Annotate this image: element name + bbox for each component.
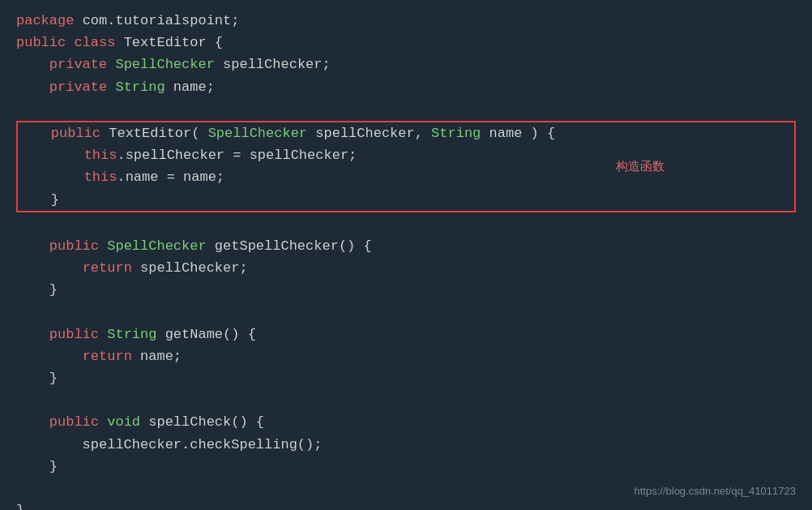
code-line-getspell-end: } <box>16 279 796 301</box>
code-line-blank4 <box>16 389 796 411</box>
code-line-field2: private String name; <box>16 76 796 98</box>
code-line-blank1 <box>16 98 796 120</box>
code-line-constructor-end: } <box>18 189 794 211</box>
code-line-getname-sig: public String getName() { <box>16 324 796 345</box>
code-line-getname-end: } <box>16 367 796 389</box>
code-line-package: package com.tutorialspoint; <box>16 10 796 32</box>
code-line-constructor-body1: this.spellChecker = spellChecker; <box>18 144 794 166</box>
code-line-getname-body: return name; <box>16 345 796 367</box>
code-line-class-end: } <box>16 499 796 510</box>
code-line-getspell-sig: public SpellChecker getSpellChecker() { <box>16 235 796 257</box>
code-line-spellcheck-end: } <box>16 456 796 478</box>
code-line-class: public class TextEditor { <box>16 32 796 54</box>
code-line-getspell-body: return spellChecker; <box>16 257 796 279</box>
code-line-constructor-body2: this.name = name; <box>18 166 794 188</box>
code-line-blank3 <box>16 301 796 323</box>
code-line-spellcheck-sig: public void spellCheck() { <box>16 411 796 433</box>
code-line-spellcheck-body: spellChecker.checkSpelling(); <box>16 434 796 456</box>
code-editor: package com.tutorialspoint; public class… <box>0 0 812 510</box>
code-line-field1: private SpellChecker spellChecker; <box>16 54 796 75</box>
code-line-constructor-sig: public TextEditor( SpellChecker spellChe… <box>18 122 794 144</box>
watermark: https://blog.csdn.net/qq_41011723 <box>635 483 797 500</box>
constructor-block: public TextEditor( SpellChecker spellChe… <box>16 121 796 212</box>
code-line-blank2 <box>16 213 796 235</box>
